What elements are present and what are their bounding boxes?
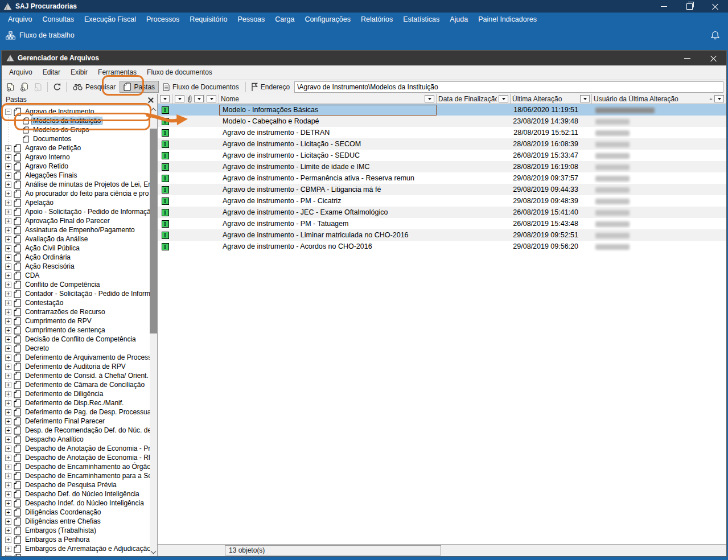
tree-item[interactable]: Apelação xyxy=(2,198,150,207)
tree-item[interactable]: Apoio - Solicitação - Pedido de Informaç… xyxy=(2,207,150,216)
tree-item[interactable]: Modelos do Grupo xyxy=(2,125,150,134)
tree-expand-icon[interactable] xyxy=(5,400,11,406)
app-menu-item[interactable]: Configurações xyxy=(299,13,356,26)
tree-expand-icon[interactable] xyxy=(5,182,11,188)
tree-item[interactable]: Desp. de Recomendação Def. do Núc. de I xyxy=(2,426,150,435)
new-from-copy-button[interactable] xyxy=(18,81,31,93)
tree-expand-icon[interactable] xyxy=(5,191,11,197)
filter-dropdown-icon[interactable] xyxy=(160,95,170,102)
tree-item[interactable]: Ação Civil Pública xyxy=(2,244,150,253)
app-menu-item[interactable]: Execução Fiscal xyxy=(79,13,141,26)
tree-expand-icon[interactable] xyxy=(5,109,11,115)
row-name-cell[interactable]: Agravo de instrumento - Licitação - SECO… xyxy=(219,139,437,150)
tree-item[interactable]: Despacho de Encaminhamento para a Sec xyxy=(2,471,150,480)
tree-expand-icon[interactable] xyxy=(5,145,11,151)
tree-item[interactable]: CDA xyxy=(2,271,150,280)
tree-expand-icon[interactable] xyxy=(5,254,11,261)
tree-expand-icon[interactable] xyxy=(5,291,11,297)
tree-item[interactable]: Assinatura de Empenho/Pagamento xyxy=(2,225,150,234)
scroll-thumb[interactable] xyxy=(150,129,157,333)
tree-item[interactable]: Despacho de Encaminhamento ao Órgão xyxy=(2,462,150,471)
tree-item[interactable]: Avaliação da Análise xyxy=(2,234,150,244)
app-menu-item[interactable]: Processos xyxy=(141,13,184,26)
app-restore-button[interactable] xyxy=(677,0,702,13)
file-row[interactable]: Modelo - Informações Básicas 18/06/2020 … xyxy=(158,104,726,116)
tree-expand-icon[interactable] xyxy=(5,336,11,343)
file-row[interactable]: Agravo de instrumento - Limite de idade … xyxy=(158,161,726,172)
row-name-cell[interactable]: Agravo de instrumento - Acordos no CHO-2… xyxy=(219,241,437,252)
file-row[interactable]: Modelo - Cabeçalho e Rodapé 23/08/2019 1… xyxy=(158,116,726,127)
tree-item[interactable]: Documentos xyxy=(2,134,150,143)
row-name-cell[interactable]: Agravo de instrumento - PM - Tatuagem xyxy=(219,219,437,229)
tree-expand-icon[interactable] xyxy=(5,500,11,507)
scroll-up-icon[interactable] xyxy=(151,108,157,114)
file-row[interactable]: Agravo de instrumento - PM - Cicatriz 29… xyxy=(158,195,726,207)
scroll-down-icon[interactable] xyxy=(151,549,157,554)
tree-item[interactable]: Contestação xyxy=(2,298,150,307)
tree-expand-icon[interactable] xyxy=(5,482,11,488)
tree-item[interactable]: Diligências entre Chefias xyxy=(2,517,150,526)
file-row[interactable]: Agravo de instrumento - CBMPA - Litiganc… xyxy=(158,184,726,195)
address-input[interactable]: \Agravo de Instrumento\Modelos da Instit… xyxy=(294,81,723,93)
tree-expand-icon[interactable] xyxy=(5,355,11,361)
tree-item[interactable]: Contrarrazões de Recurso xyxy=(2,307,150,316)
tree-expand-icon[interactable] xyxy=(5,309,11,315)
app-menu-item[interactable]: Carga xyxy=(270,13,299,26)
tree-expand-icon[interactable] xyxy=(5,382,11,388)
tree-item[interactable]: Alegações Finais xyxy=(2,171,150,180)
column-finish-date[interactable]: Data de Finalização xyxy=(437,94,511,104)
tree-item[interactable]: Ação Ordinária xyxy=(2,253,150,262)
tree-item[interactable]: Deferimento de Arquivamento de Process xyxy=(2,353,150,362)
tree-expand-icon[interactable] xyxy=(5,200,11,206)
tree-expand-icon[interactable] xyxy=(5,446,11,452)
tree-item[interactable]: Despacho de Anotação de Economia - Pre xyxy=(2,444,150,453)
tree-expand-icon[interactable] xyxy=(5,172,11,179)
new-document-button[interactable] xyxy=(4,81,18,93)
tree-expand-icon[interactable] xyxy=(5,418,11,425)
tree-item[interactable]: Deferimento de Auditoria de RPV xyxy=(2,362,150,371)
folders-panel-close-icon[interactable] xyxy=(148,97,153,102)
filter-dropdown-icon[interactable] xyxy=(175,95,184,102)
tree-item[interactable]: Cumprimento de sentença xyxy=(2,326,150,335)
tree-expand-icon[interactable] xyxy=(5,282,11,288)
tree-item[interactable]: Diligências Coordenação xyxy=(2,508,150,517)
file-row[interactable]: Agravo de instrumento - JEC - Exame Ofta… xyxy=(158,207,726,218)
notifications-bell-icon[interactable] xyxy=(710,30,720,40)
app-close-button[interactable] xyxy=(702,0,728,13)
filter-dropdown-icon[interactable] xyxy=(194,95,204,102)
tree-expand-icon[interactable] xyxy=(5,473,11,479)
row-name-cell[interactable]: Agravo de instrumento - PM - Cicatriz xyxy=(219,196,437,207)
tree-expand-icon[interactable] xyxy=(5,236,11,242)
tree-expand-icon[interactable] xyxy=(5,263,11,270)
filter-dropdown-icon[interactable] xyxy=(207,95,216,102)
tree-expand-icon[interactable] xyxy=(5,491,11,497)
tree-expand-icon[interactable] xyxy=(5,300,11,306)
file-manager-close-button[interactable] xyxy=(700,51,726,65)
workflow-button[interactable]: Fluxo de trabalho xyxy=(6,31,75,40)
tree-expand-icon[interactable] xyxy=(5,509,11,516)
row-name-cell[interactable]: Agravo de instrumento - Licitação - SEDU… xyxy=(219,150,437,161)
tree-expand-icon[interactable] xyxy=(5,555,11,557)
tree-expand-icon[interactable] xyxy=(5,318,11,324)
row-name-cell[interactable]: Agravo de instrumento - Liminar matricul… xyxy=(219,230,437,241)
tree-item[interactable] xyxy=(2,553,150,556)
file-manager-minimize-button[interactable] xyxy=(674,51,700,65)
tree-item[interactable]: Embargos de Arrematação e Adjudicação xyxy=(2,544,150,553)
tree-item[interactable]: Decisão de Conflito de Competência xyxy=(2,335,150,344)
tree-expand-icon[interactable] xyxy=(5,537,11,543)
app-menu-item[interactable]: Consultas xyxy=(37,13,79,26)
column-name[interactable]: Nome xyxy=(219,94,437,104)
tree-expand-icon[interactable] xyxy=(5,427,11,434)
row-name-cell[interactable]: Modelo - Cabeçalho e Rodapé xyxy=(219,116,437,127)
tree-item[interactable]: Despacho de Anotação de Economia - RP xyxy=(2,453,150,462)
tree-item[interactable]: Contador - Solicitação - Pedido de Infor… xyxy=(2,289,150,298)
tree-expand-icon[interactable] xyxy=(5,154,11,160)
file-row[interactable]: Agravo de instrumento - PM - Tatuagem 26… xyxy=(158,218,726,229)
tree-item[interactable]: Agravo de Instrumento xyxy=(2,107,150,116)
tree-item[interactable]: Cumprimento de RPV xyxy=(2,316,150,326)
tree-item[interactable]: Deferimento de Consid. à Chefia/ Orient.… xyxy=(2,371,150,380)
column-last-user[interactable]: Usuário da Última Alteração xyxy=(592,94,726,104)
file-manager-menu-item[interactable]: Fluxo de documentos xyxy=(142,65,217,79)
column-type[interactable] xyxy=(158,94,172,104)
file-manager-menu-item[interactable]: Exibir xyxy=(65,65,93,79)
